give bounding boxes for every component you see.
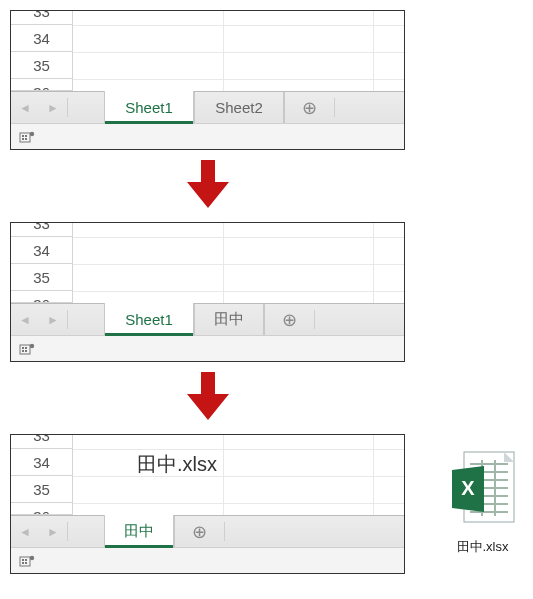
svg-rect-9 xyxy=(22,350,24,352)
row-headers: 33 34 35 36 xyxy=(11,11,73,91)
tab-nav-prev[interactable]: ◄ xyxy=(11,92,39,123)
svg-rect-7 xyxy=(22,347,24,349)
sheet-tab[interactable]: Sheet2 xyxy=(194,92,284,123)
row-header[interactable]: 35 xyxy=(11,52,72,79)
tab-nav-prev[interactable]: ◄ xyxy=(11,304,39,335)
svg-point-11 xyxy=(30,343,34,347)
tab-nav-next[interactable]: ► xyxy=(39,516,67,547)
macro-record-icon[interactable] xyxy=(19,130,35,144)
excel-file-icon[interactable]: X 田中.xlsx xyxy=(435,450,530,556)
svg-point-5 xyxy=(30,131,34,135)
sheet-tab-strip: ◄ ► 田中 ⊕ xyxy=(11,515,404,547)
svg-rect-0 xyxy=(20,133,30,142)
row-header[interactable]: 35 xyxy=(11,264,72,291)
row-header[interactable]: 36 xyxy=(11,503,72,515)
svg-rect-3 xyxy=(22,138,24,140)
sheet-tab[interactable]: 田中 xyxy=(194,304,264,335)
tab-nav-next[interactable]: ► xyxy=(39,92,67,123)
macro-record-icon[interactable] xyxy=(19,342,35,356)
sheet-tab[interactable]: 田中 xyxy=(104,515,174,548)
row-header[interactable]: 33 xyxy=(11,223,72,237)
cell-content[interactable]: 田中.xlsx xyxy=(137,451,217,478)
add-sheet-button[interactable]: ⊕ xyxy=(264,304,314,335)
svg-rect-16 xyxy=(25,562,27,564)
flow-arrow-icon xyxy=(10,150,405,222)
macro-record-icon[interactable] xyxy=(19,554,35,568)
svg-rect-6 xyxy=(20,345,30,354)
excel-window-state-1: 33 34 35 36 ◄ ► Sheet1 Sheet2 ⊕ xyxy=(10,10,405,150)
svg-point-17 xyxy=(30,555,34,559)
cells-area[interactable] xyxy=(73,11,404,91)
xlsx-file-icon: X xyxy=(448,450,518,528)
cells-area[interactable]: 田中.xlsx xyxy=(73,435,404,515)
sheet-tab[interactable]: Sheet1 xyxy=(104,91,194,124)
row-header[interactable]: 34 xyxy=(11,449,72,476)
row-header[interactable]: 35 xyxy=(11,476,72,503)
status-bar xyxy=(11,123,404,149)
row-header[interactable]: 34 xyxy=(11,25,72,52)
row-header[interactable]: 33 xyxy=(11,11,72,25)
svg-rect-2 xyxy=(25,135,27,137)
sheet-tab[interactable]: Sheet1 xyxy=(104,303,194,336)
svg-rect-14 xyxy=(25,559,27,561)
spreadsheet-grid[interactable]: 33 34 35 36 田中.xlsx xyxy=(11,435,404,515)
status-bar xyxy=(11,335,404,361)
row-headers: 33 34 35 36 xyxy=(11,435,73,515)
svg-rect-8 xyxy=(25,347,27,349)
svg-rect-12 xyxy=(20,557,30,566)
svg-rect-1 xyxy=(22,135,24,137)
row-header[interactable]: 36 xyxy=(11,291,72,303)
file-name-label: 田中.xlsx xyxy=(435,538,530,556)
cells-area[interactable] xyxy=(73,223,404,303)
add-sheet-button[interactable]: ⊕ xyxy=(174,516,224,547)
status-bar xyxy=(11,547,404,573)
row-header[interactable]: 36 xyxy=(11,79,72,91)
row-header[interactable]: 33 xyxy=(11,435,72,449)
sheet-tab-strip: ◄ ► Sheet1 Sheet2 ⊕ xyxy=(11,91,404,123)
add-sheet-button[interactable]: ⊕ xyxy=(284,92,334,123)
svg-rect-15 xyxy=(22,562,24,564)
tab-nav-prev[interactable]: ◄ xyxy=(11,516,39,547)
spreadsheet-grid[interactable]: 33 34 35 36 xyxy=(11,223,404,303)
row-header[interactable]: 34 xyxy=(11,237,72,264)
excel-window-state-2: 33 34 35 36 ◄ ► Sheet1 田中 ⊕ xyxy=(10,222,405,362)
flow-arrow-icon xyxy=(10,362,405,434)
tab-nav-next[interactable]: ► xyxy=(39,304,67,335)
row-headers: 33 34 35 36 xyxy=(11,223,73,303)
svg-rect-10 xyxy=(25,350,27,352)
spreadsheet-grid[interactable]: 33 34 35 36 xyxy=(11,11,404,91)
svg-text:X: X xyxy=(461,477,475,499)
excel-window-state-3: 33 34 35 36 田中.xlsx ◄ ► 田中 ⊕ xyxy=(10,434,405,574)
svg-rect-4 xyxy=(25,138,27,140)
svg-rect-13 xyxy=(22,559,24,561)
sheet-tab-strip: ◄ ► Sheet1 田中 ⊕ xyxy=(11,303,404,335)
